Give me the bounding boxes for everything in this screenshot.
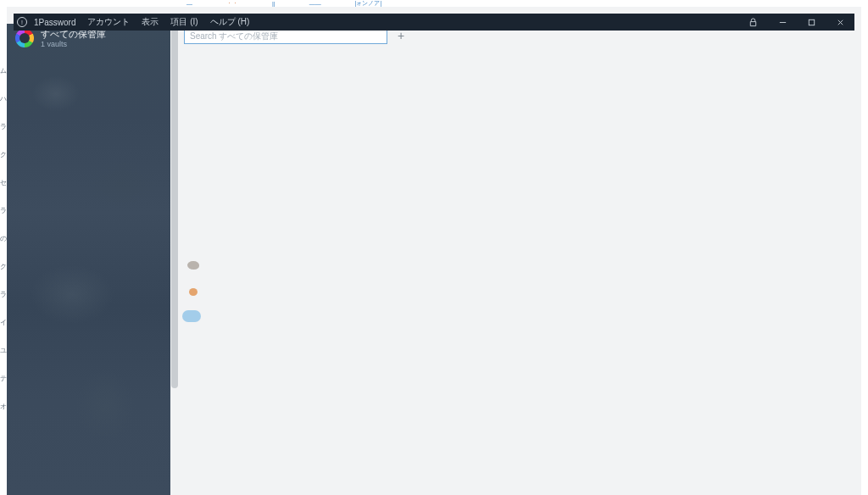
- vault-text: すべての保管庫 1 vaults: [41, 29, 106, 48]
- background-window-strip: — ・・ || —— |ォンノア|: [0, 0, 868, 7]
- item-list-scrollbar[interactable]: [171, 24, 178, 388]
- decorative-blob-orange: [189, 288, 198, 296]
- close-icon: [836, 18, 845, 27]
- plus-icon: +: [398, 30, 404, 42]
- app-icon: !: [17, 17, 27, 27]
- app-name[interactable]: 1Password: [29, 18, 81, 27]
- menu-view[interactable]: 表示: [136, 16, 164, 28]
- app-body: すべての保管庫 1 vaults +: [7, 24, 861, 495]
- sidebar: すべての保管庫 1 vaults: [7, 24, 170, 495]
- add-item-button[interactable]: +: [394, 29, 408, 42]
- titlebar[interactable]: ! 1Password アカウント 表示 項目 (I) ヘルプ (H): [14, 14, 854, 31]
- close-button[interactable]: [826, 14, 854, 31]
- lock-icon: [748, 18, 758, 27]
- main-pane: +: [179, 24, 861, 495]
- menu-help[interactable]: ヘルプ (H): [205, 16, 255, 28]
- maximize-icon: [807, 18, 816, 27]
- menu-item[interactable]: 項目 (I): [165, 16, 203, 28]
- lock-button[interactable]: [737, 14, 768, 31]
- vault-icon: [15, 29, 34, 47]
- decorative-blob-blue: [182, 310, 201, 322]
- minimize-button[interactable]: [768, 14, 797, 31]
- maximize-button[interactable]: [797, 14, 826, 31]
- app-window: ! 1Password アカウント 表示 項目 (I) ヘルプ (H): [7, 7, 861, 495]
- left-window-edge: ム ハ ラ ク セ ラ の ク ラ イ ユ テ オ: [0, 7, 7, 495]
- decorative-blob-gray: [187, 261, 199, 270]
- titlebar-left: ! 1Password アカウント 表示 項目 (I) ヘルプ (H): [14, 16, 254, 28]
- item-list-pane: [170, 24, 179, 495]
- svg-rect-0: [809, 19, 814, 25]
- titlebar-right: [737, 14, 854, 31]
- minimize-icon: [778, 18, 787, 27]
- menu-account[interactable]: アカウント: [82, 16, 135, 28]
- vault-subtitle: 1 vaults: [41, 40, 106, 48]
